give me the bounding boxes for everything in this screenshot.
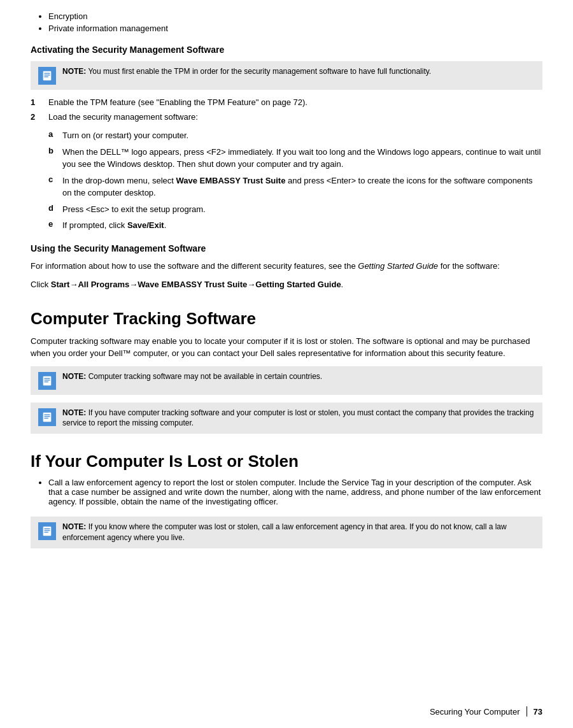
svg-rect-0 [43, 71, 52, 80]
ls-note1-label: NOTE: [62, 522, 86, 531]
click-wave-bold: Wave EMBASSY Trust Suite [138, 280, 247, 289]
click-guide-bold: Getting Started Guide [255, 280, 341, 289]
substep-e: e If prompted, click Save/Exit. [48, 219, 542, 232]
svg-rect-5 [45, 378, 50, 378]
using-body-italic: Getting Started Guide [358, 261, 438, 271]
lost-stolen-heading: If Your Computer Is Lost or Stolen [31, 452, 542, 471]
computer-tracking-heading: Computer Tracking Software [31, 309, 542, 329]
substep-d-text: Press <Esc> to exit the setup program. [62, 203, 542, 216]
pencil-icon-4 [41, 525, 53, 537]
computer-tracking-note1: NOTE: Computer tracking software may not… [31, 366, 542, 395]
note-icon-4 [38, 522, 56, 540]
substep-c-content: In the drop-down menu, select Wave EMBAS… [62, 175, 542, 199]
computer-tracking-body: Computer tracking software may enable yo… [31, 335, 542, 360]
substep-e-letter: e [48, 219, 62, 232]
footer-divider [527, 706, 527, 717]
activating-note1-text: NOTE: You must first enable the TPM in o… [62, 66, 431, 77]
substep-a-text: Turn on (or restart) your computer. [62, 129, 542, 142]
intro-bullet-list: Encryption Private information managemen… [48, 11, 542, 33]
footer: Securing Your Computer 73 [430, 706, 542, 717]
note-icon-2 [38, 372, 56, 390]
pencil-icon-3 [41, 411, 53, 423]
lost-stolen-note1-text: NOTE: If you know where the computer was… [62, 522, 535, 543]
svg-rect-9 [45, 414, 50, 415]
computer-tracking-note2-text: NOTE: If you have computer tracking soft… [62, 408, 535, 429]
pencil-icon [41, 70, 53, 82]
substep-c-letter: c [48, 175, 62, 199]
substep-e-before: If prompted, click [62, 220, 127, 230]
click-line: Click Start→All Programs→Wave EMBASSY Tr… [31, 278, 542, 291]
ls-note1-body: If you know where the computer was lost … [62, 522, 507, 542]
substep-d: d Press <Esc> to exit the setup program. [48, 203, 542, 216]
step-1-num: 1 [31, 97, 48, 107]
activating-steps: 1 Enable the TPM feature (see "Enabling … [31, 97, 542, 122]
activating-note1: NOTE: You must first enable the TPM in o… [31, 61, 542, 90]
substep-e-after: . [164, 220, 167, 230]
substep-a: a Turn on (or restart) your computer. [48, 129, 542, 142]
bullet-encryption: Encryption [48, 11, 542, 21]
svg-rect-8 [43, 412, 52, 421]
substep-c-bold: Wave EMBASSY Trust Suite [176, 176, 286, 185]
click-allprograms-bold: All Programs [78, 280, 129, 289]
click-end: . [341, 280, 344, 289]
substep-e-content: If prompted, click Save/Exit. [62, 219, 542, 232]
click-arrow2: → [129, 280, 138, 289]
substep-c-before: In the drop-down menu, select [62, 176, 176, 185]
note-icon-1 [38, 67, 56, 85]
footer-text: Securing Your Computer [430, 707, 520, 717]
click-arrow3: → [247, 280, 255, 289]
svg-rect-12 [43, 527, 52, 536]
svg-rect-10 [45, 416, 50, 417]
substep-c: c In the drop-down menu, select Wave EMB… [48, 175, 542, 199]
substep-b: b When the DELL™ logo appears, press <F2… [48, 146, 542, 171]
using-body-before: For information about how to use the sof… [31, 261, 358, 271]
ct-note1-label: NOTE: [62, 372, 86, 381]
substep-e-bold: Save/Exit [127, 220, 164, 230]
activating-substeps: a Turn on (or restart) your computer. b … [31, 129, 542, 232]
svg-rect-6 [45, 380, 50, 380]
ct-note1-body: Computer tracking software may not be av… [88, 372, 323, 381]
svg-rect-13 [45, 529, 50, 529]
footer-page: 73 [534, 707, 542, 717]
pencil-icon-2 [41, 375, 53, 387]
lost-stolen-bullets: Call a law enforcement agency to report … [48, 478, 542, 506]
using-body: For information about how to use the sof… [31, 260, 542, 273]
svg-rect-11 [45, 417, 48, 418]
step-2: 2 Load the security management software: [31, 112, 542, 122]
svg-rect-3 [45, 76, 48, 77]
lost-stolen-bullet-1: Call a law enforcement agency to report … [48, 478, 542, 506]
substep-b-letter: b [48, 146, 62, 171]
bullet-private-info: Private information management [48, 24, 542, 33]
svg-rect-15 [45, 532, 48, 532]
activating-note1-label: NOTE: [62, 67, 86, 76]
note-icon-3 [38, 408, 56, 426]
using-heading: Using the Security Management Software [31, 243, 542, 253]
ct-note2-body: If you have computer tracking software a… [62, 408, 534, 428]
ct-note2-label: NOTE: [62, 408, 86, 417]
svg-rect-1 [45, 73, 50, 74]
click-start-bold: Start [51, 280, 70, 289]
step-2-num: 2 [31, 112, 48, 122]
svg-rect-2 [45, 75, 50, 75]
svg-rect-14 [45, 530, 50, 531]
click-arrow1: → [69, 280, 78, 289]
step-1-text: Enable the TPM feature (see "Enabling th… [48, 97, 542, 107]
substep-d-letter: d [48, 203, 62, 216]
computer-tracking-note2: NOTE: If you have computer tracking soft… [31, 403, 542, 434]
step-1: 1 Enable the TPM feature (see "Enabling … [31, 97, 542, 107]
using-body-after: for the software: [438, 261, 500, 271]
step-2-text: Load the security management software: [48, 112, 542, 122]
svg-rect-4 [43, 376, 52, 385]
lost-stolen-note1: NOTE: If you know where the computer was… [31, 517, 542, 548]
activating-heading: Activating the Security Management Softw… [31, 45, 542, 55]
substep-a-letter: a [48, 129, 62, 142]
click-start: Click [31, 280, 51, 289]
computer-tracking-note1-text: NOTE: Computer tracking software may not… [62, 371, 322, 382]
substep-b-text: When the DELL™ logo appears, press <F2> … [62, 146, 542, 171]
svg-rect-7 [45, 381, 48, 382]
